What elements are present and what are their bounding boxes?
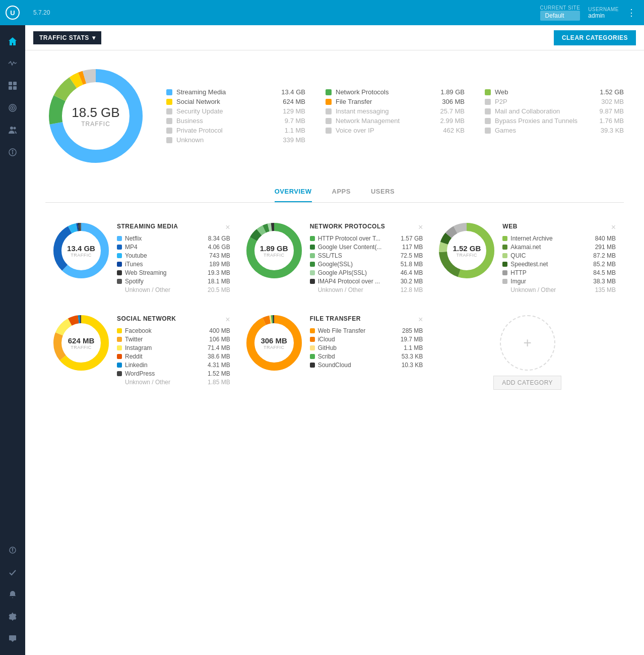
legend-name: Security Update xyxy=(176,107,279,115)
legend-value: 339 MB xyxy=(283,136,305,144)
card-content: STREAMING MEDIA Netflix 8.34 GB MP4 4.06… xyxy=(117,223,230,295)
item-value: 135 MB xyxy=(595,286,616,293)
item-dot xyxy=(117,262,122,267)
card-list-item: Spotify 18.1 MB xyxy=(117,278,230,285)
tab-users[interactable]: USERS xyxy=(371,182,395,202)
card-title: FILE TRANSFER xyxy=(310,315,423,322)
item-value: 4.31 MB xyxy=(208,362,230,369)
card-close-button[interactable]: × xyxy=(418,223,423,232)
item-dot xyxy=(117,253,122,258)
sidebar-item-tips[interactable] xyxy=(0,141,25,163)
legend-name: Web xyxy=(495,88,596,96)
legend-name: P2P xyxy=(495,98,597,105)
legend-value: 39.3 KB xyxy=(601,127,624,134)
card-donut-label: 13.4 GB TRAFFIC xyxy=(67,244,95,258)
card-title: STREAMING MEDIA xyxy=(117,223,230,230)
sidebar-item-users[interactable] xyxy=(0,119,25,141)
sidebar-item-info[interactable] xyxy=(0,539,25,561)
item-value: 18.1 MB xyxy=(208,278,230,285)
legend-item: Business 9.7 MB xyxy=(166,117,305,125)
card-list-item: iCloud 19.7 MB xyxy=(310,336,423,343)
clear-categories-button[interactable]: CLEAR CATEGORIES xyxy=(554,30,636,45)
card-list-item: Web Streaming 19.3 MB xyxy=(117,269,230,276)
item-name: Internet Archive xyxy=(510,235,592,242)
item-name: SSL/TLS xyxy=(318,252,398,259)
sidebar-item-check[interactable] xyxy=(0,561,25,583)
add-category-circle[interactable]: + xyxy=(500,315,555,371)
svg-rect-5 xyxy=(13,86,17,90)
card-donut-label: 624 MB TRAFFIC xyxy=(68,336,95,350)
svg-rect-3 xyxy=(13,82,17,85)
item-name: WordPress xyxy=(125,370,205,377)
legend-item: Social Network 624 MB xyxy=(166,98,305,105)
sidebar-item-bell[interactable] xyxy=(0,583,25,606)
item-value: 1.52 MB xyxy=(208,370,230,377)
item-dot xyxy=(502,270,507,275)
item-name: Google(SSL) xyxy=(318,261,398,268)
item-name: Reddit xyxy=(125,353,205,360)
card-value-label: TRAFFIC xyxy=(453,253,481,258)
more-button[interactable]: ⋮ xyxy=(627,7,636,18)
legend-value: 1.76 MB xyxy=(600,117,624,125)
item-dot xyxy=(502,262,507,267)
app-logo[interactable]: U xyxy=(0,0,25,25)
legend-item: Mail and Collaboration 9.87 MB xyxy=(485,107,624,115)
card-close-button[interactable]: × xyxy=(611,223,616,232)
card-content: WEB Internet Archive 840 MB Akamai.net 2… xyxy=(502,223,616,295)
card-value-label: TRAFFIC xyxy=(261,345,287,350)
item-name: Unknown / Other xyxy=(318,286,398,293)
item-value: 72.5 MB xyxy=(401,252,423,259)
item-value: 1.1 MB xyxy=(404,344,423,351)
legend-dot xyxy=(485,118,491,124)
legend-name: Unknown xyxy=(176,136,279,144)
card-list-item: Linkedin 4.31 MB xyxy=(117,362,230,369)
tab-overview[interactable]: OVERVIEW xyxy=(275,182,312,202)
legend-item: P2P 302 MB xyxy=(485,98,624,105)
sidebar-item-chat[interactable] xyxy=(0,628,25,650)
item-dot xyxy=(502,279,507,284)
item-value: 743 MB xyxy=(209,252,230,259)
category-card-network: × 1.89 GB TRAFFIC NETWORK PROTOCOLS HTTP… xyxy=(238,213,431,305)
card-donut: 306 MB TRAFFIC xyxy=(246,315,302,371)
card-donut-label: 1.52 GB TRAFFIC xyxy=(453,244,481,258)
card-list-item: iTunes 189 MB xyxy=(117,261,230,268)
card-list-item: Internet Archive 840 MB xyxy=(502,235,616,242)
item-name: Youtube xyxy=(125,252,206,259)
card-list-item: Instagram 71.4 MB xyxy=(117,344,230,351)
card-list-item: Youtube 743 MB xyxy=(117,252,230,259)
item-name: IMAP4 Protocol over ... xyxy=(318,278,398,285)
legend-name: Bypass Proxies and Tunnels xyxy=(495,117,596,125)
item-value: 85.2 MB xyxy=(593,261,616,268)
sidebar-item-dashboard[interactable] xyxy=(0,75,25,97)
sidebar-item-target[interactable] xyxy=(0,97,25,119)
sidebar-item-settings[interactable] xyxy=(0,606,25,628)
card-close-button[interactable]: × xyxy=(225,223,230,232)
legend-item: Instant messaging 25.7 MB xyxy=(326,107,465,115)
add-category-button[interactable]: ADD CATEGORY xyxy=(493,376,561,390)
svg-rect-4 xyxy=(9,86,12,90)
item-dot xyxy=(310,270,315,275)
legend-value: 462 KB xyxy=(443,127,465,134)
overview-donut: 18.5 GB TRAFFIC xyxy=(45,66,146,166)
item-name: HTTP Protocol over T... xyxy=(318,235,398,242)
legend-value: 25.7 MB xyxy=(440,107,465,115)
sidebar-bottom xyxy=(0,539,25,655)
current-site-value[interactable]: Default xyxy=(540,11,581,21)
sidebar: U xyxy=(0,0,25,655)
card-list-item: Reddit 38.6 MB xyxy=(117,353,230,360)
card-close-button[interactable]: × xyxy=(225,315,230,324)
traffic-stats-button[interactable]: CLEAR CATEGORIES TRAFFIC STATS ▾ xyxy=(33,31,101,44)
item-name: Imgur xyxy=(510,278,590,285)
topbar-right: CURRENT SITE Default USERNAME admin ⋮ xyxy=(540,5,636,21)
card-content: SOCIAL NETWORK Facebook 400 MB Twitter 1… xyxy=(117,315,230,387)
sidebar-item-activity[interactable] xyxy=(0,52,25,75)
tab-apps[interactable]: APPS xyxy=(332,182,351,202)
legend-item: File Transfer 306 MB xyxy=(326,98,465,105)
item-dot xyxy=(310,245,315,250)
item-value: 19.3 MB xyxy=(208,269,230,276)
card-content: FILE TRANSFER Web File Transfer 285 MB i… xyxy=(310,315,423,370)
card-close-button[interactable]: × xyxy=(418,315,423,324)
sidebar-item-home[interactable] xyxy=(0,30,25,52)
item-value: 1.85 MB xyxy=(208,379,230,386)
item-name: Unknown / Other xyxy=(510,286,592,293)
